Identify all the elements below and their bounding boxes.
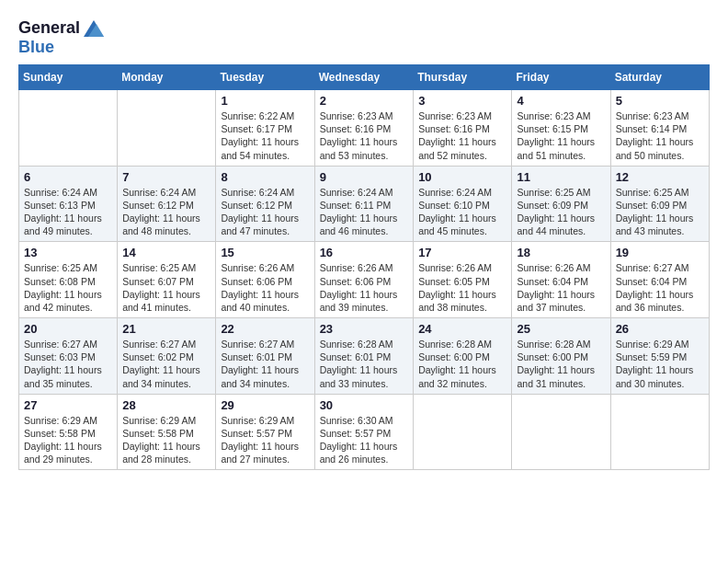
calendar-week-row: 6Sunrise: 6:24 AM Sunset: 6:13 PM Daylig… [19, 166, 710, 242]
calendar-cell: 15Sunrise: 6:26 AM Sunset: 6:06 PM Dayli… [216, 242, 314, 318]
day-number: 20 [24, 322, 112, 336]
calendar-week-row: 13Sunrise: 6:25 AM Sunset: 6:08 PM Dayli… [19, 242, 710, 318]
logo: General Blue [18, 18, 104, 57]
day-number: 16 [320, 246, 409, 259]
logo-general-text: General [18, 18, 80, 38]
day-number: 18 [517, 246, 605, 259]
day-info: Sunrise: 6:26 AM Sunset: 6:05 PM Dayligh… [418, 261, 506, 314]
calendar-cell: 20Sunrise: 6:27 AM Sunset: 6:03 PM Dayli… [19, 318, 118, 395]
day-number: 21 [122, 322, 210, 336]
day-info: Sunrise: 6:25 AM Sunset: 6:08 PM Dayligh… [24, 261, 112, 314]
calendar-cell: 6Sunrise: 6:24 AM Sunset: 6:13 PM Daylig… [19, 166, 118, 242]
day-info: Sunrise: 6:25 AM Sunset: 6:09 PM Dayligh… [517, 186, 605, 238]
day-number: 30 [320, 398, 409, 412]
calendar-cell [610, 394, 709, 470]
calendar-cell: 11Sunrise: 6:25 AM Sunset: 6:09 PM Dayli… [512, 166, 610, 242]
calendar-cell: 16Sunrise: 6:26 AM Sunset: 6:06 PM Dayli… [314, 242, 414, 318]
calendar-cell: 4Sunrise: 6:23 AM Sunset: 6:15 PM Daylig… [512, 90, 610, 167]
calendar-cell: 24Sunrise: 6:28 AM Sunset: 6:00 PM Dayli… [414, 318, 512, 395]
calendar-cell: 25Sunrise: 6:28 AM Sunset: 6:00 PM Dayli… [512, 318, 610, 395]
day-info: Sunrise: 6:29 AM Sunset: 5:58 PM Dayligh… [24, 414, 112, 466]
calendar-cell: 28Sunrise: 6:29 AM Sunset: 5:58 PM Dayli… [118, 394, 216, 470]
day-number: 15 [221, 246, 309, 259]
calendar-cell: 19Sunrise: 6:27 AM Sunset: 6:04 PM Dayli… [610, 242, 709, 318]
day-number: 7 [122, 170, 210, 184]
day-number: 28 [122, 398, 210, 412]
day-info: Sunrise: 6:26 AM Sunset: 6:06 PM Dayligh… [320, 261, 409, 314]
calendar-cell: 26Sunrise: 6:29 AM Sunset: 5:59 PM Dayli… [610, 318, 709, 395]
day-number: 29 [221, 398, 309, 412]
logo-blue-text: Blue [18, 38, 54, 57]
day-info: Sunrise: 6:27 AM Sunset: 6:02 PM Dayligh… [122, 338, 210, 390]
header: General Blue [18, 18, 710, 57]
calendar-cell [118, 90, 216, 167]
day-info: Sunrise: 6:23 AM Sunset: 6:14 PM Dayligh… [616, 109, 704, 162]
weekday-header: Thursday [414, 65, 512, 90]
day-number: 1 [221, 94, 309, 108]
day-info: Sunrise: 6:24 AM Sunset: 6:12 PM Dayligh… [122, 186, 210, 238]
day-number: 4 [517, 94, 605, 108]
calendar-cell: 9Sunrise: 6:24 AM Sunset: 6:11 PM Daylig… [314, 166, 414, 242]
day-number: 25 [517, 322, 605, 336]
day-number: 17 [418, 246, 506, 259]
calendar-week-row: 20Sunrise: 6:27 AM Sunset: 6:03 PM Dayli… [19, 318, 710, 395]
day-info: Sunrise: 6:29 AM Sunset: 5:57 PM Dayligh… [221, 414, 309, 466]
calendar-cell: 14Sunrise: 6:25 AM Sunset: 6:07 PM Dayli… [118, 242, 216, 318]
day-number: 14 [122, 246, 210, 259]
day-info: Sunrise: 6:24 AM Sunset: 6:10 PM Dayligh… [418, 186, 506, 238]
day-number: 2 [320, 94, 409, 108]
day-number: 19 [616, 246, 704, 259]
day-info: Sunrise: 6:28 AM Sunset: 6:00 PM Dayligh… [418, 338, 506, 390]
calendar-cell [19, 90, 118, 167]
calendar-cell: 13Sunrise: 6:25 AM Sunset: 6:08 PM Dayli… [19, 242, 118, 318]
day-number: 11 [517, 170, 605, 184]
weekday-header: Friday [512, 65, 610, 90]
day-number: 10 [418, 170, 506, 184]
calendar-cell: 8Sunrise: 6:24 AM Sunset: 6:12 PM Daylig… [216, 166, 314, 242]
calendar-cell: 7Sunrise: 6:24 AM Sunset: 6:12 PM Daylig… [118, 166, 216, 242]
weekday-header: Sunday [19, 65, 118, 90]
calendar-cell: 27Sunrise: 6:29 AM Sunset: 5:58 PM Dayli… [19, 394, 118, 470]
day-number: 26 [616, 322, 704, 336]
calendar-cell: 21Sunrise: 6:27 AM Sunset: 6:02 PM Dayli… [118, 318, 216, 395]
calendar-cell: 5Sunrise: 6:23 AM Sunset: 6:14 PM Daylig… [610, 90, 709, 167]
calendar-cell: 10Sunrise: 6:24 AM Sunset: 6:10 PM Dayli… [414, 166, 512, 242]
day-number: 22 [221, 322, 309, 336]
logo-icon [84, 20, 104, 37]
calendar-cell: 22Sunrise: 6:27 AM Sunset: 6:01 PM Dayli… [216, 318, 314, 395]
day-info: Sunrise: 6:22 AM Sunset: 6:17 PM Dayligh… [221, 109, 309, 162]
weekday-header: Wednesday [314, 65, 414, 90]
day-info: Sunrise: 6:26 AM Sunset: 6:04 PM Dayligh… [517, 261, 605, 314]
calendar-cell: 30Sunrise: 6:30 AM Sunset: 5:57 PM Dayli… [314, 394, 414, 470]
calendar-week-row: 27Sunrise: 6:29 AM Sunset: 5:58 PM Dayli… [19, 394, 710, 470]
day-info: Sunrise: 6:25 AM Sunset: 6:09 PM Dayligh… [616, 186, 704, 238]
calendar-cell [512, 394, 610, 470]
day-info: Sunrise: 6:27 AM Sunset: 6:01 PM Dayligh… [221, 338, 309, 390]
day-number: 9 [320, 170, 409, 184]
calendar-table: SundayMondayTuesdayWednesdayThursdayFrid… [18, 64, 710, 470]
calendar-cell: 17Sunrise: 6:26 AM Sunset: 6:05 PM Dayli… [414, 242, 512, 318]
day-info: Sunrise: 6:23 AM Sunset: 6:16 PM Dayligh… [418, 109, 506, 162]
weekday-header: Tuesday [216, 65, 314, 90]
day-info: Sunrise: 6:24 AM Sunset: 6:13 PM Dayligh… [24, 186, 112, 238]
calendar-cell: 29Sunrise: 6:29 AM Sunset: 5:57 PM Dayli… [216, 394, 314, 470]
day-info: Sunrise: 6:23 AM Sunset: 6:16 PM Dayligh… [320, 109, 409, 162]
day-info: Sunrise: 6:29 AM Sunset: 5:58 PM Dayligh… [122, 414, 210, 466]
day-number: 5 [616, 94, 704, 108]
day-number: 8 [221, 170, 309, 184]
day-info: Sunrise: 6:27 AM Sunset: 6:04 PM Dayligh… [616, 261, 704, 314]
calendar-cell: 1Sunrise: 6:22 AM Sunset: 6:17 PM Daylig… [216, 90, 314, 167]
day-number: 23 [320, 322, 409, 336]
day-info: Sunrise: 6:26 AM Sunset: 6:06 PM Dayligh… [221, 261, 309, 314]
day-info: Sunrise: 6:24 AM Sunset: 6:11 PM Dayligh… [320, 186, 409, 238]
day-info: Sunrise: 6:23 AM Sunset: 6:15 PM Dayligh… [517, 109, 605, 162]
weekday-header: Monday [118, 65, 216, 90]
day-number: 27 [24, 398, 112, 412]
calendar-cell: 2Sunrise: 6:23 AM Sunset: 6:16 PM Daylig… [314, 90, 414, 167]
day-number: 24 [418, 322, 506, 336]
day-info: Sunrise: 6:28 AM Sunset: 6:01 PM Dayligh… [320, 338, 409, 390]
day-info: Sunrise: 6:29 AM Sunset: 5:59 PM Dayligh… [616, 338, 704, 390]
calendar-cell [414, 394, 512, 470]
calendar-cell: 12Sunrise: 6:25 AM Sunset: 6:09 PM Dayli… [610, 166, 709, 242]
day-number: 3 [418, 94, 506, 108]
